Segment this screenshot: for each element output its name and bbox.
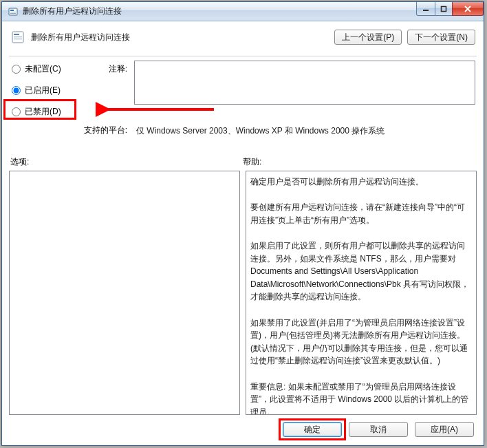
svg-rect-3 bbox=[10, 13, 16, 14]
bottom-row: 确定 取消 应用(A) bbox=[9, 415, 477, 438]
maximize-button[interactable] bbox=[435, 2, 453, 16]
divider-top bbox=[9, 56, 477, 56]
window-title: 删除所有用户远程访问连接 bbox=[23, 6, 122, 17]
settings-area: 未配置(C) 已启用(E) 已禁用(D) 注释: 支持的平台: 仅 Window… bbox=[9, 61, 477, 156]
panes bbox=[9, 171, 477, 415]
titlebar[interactable]: 删除所有用户远程访问连接 bbox=[2, 2, 484, 21]
radio-not-configured-label: 未配置(C) bbox=[25, 63, 61, 75]
svg-rect-9 bbox=[14, 39, 22, 39]
policy-icon bbox=[10, 30, 25, 45]
comment-input[interactable] bbox=[134, 61, 475, 105]
options-label: 选项: bbox=[10, 156, 29, 168]
dialog-window: 删除所有用户远程访问连接 bbox=[1, 1, 484, 446]
minimize-button[interactable] bbox=[416, 2, 435, 16]
svg-rect-7 bbox=[14, 34, 19, 35]
radio-not-configured[interactable]: 未配置(C) bbox=[12, 63, 80, 75]
options-pane[interactable] bbox=[9, 171, 240, 415]
header-row: 删除所有用户远程访问连接 上一个设置(P) 下一个设置(N) bbox=[9, 27, 477, 52]
radio-disabled-label: 已禁用(D) bbox=[25, 106, 61, 118]
window-buttons bbox=[417, 2, 484, 16]
platform-label: 支持的平台: bbox=[83, 122, 131, 149]
apply-button[interactable]: 应用(A) bbox=[415, 422, 474, 437]
radio-not-configured-input[interactable] bbox=[12, 65, 21, 74]
comment-label: 注释: bbox=[83, 61, 131, 118]
ok-button[interactable]: 确定 bbox=[283, 422, 342, 437]
app-icon bbox=[8, 6, 19, 17]
svg-rect-2 bbox=[10, 12, 16, 12]
svg-rect-4 bbox=[423, 10, 429, 11]
header-title: 删除所有用户远程访问连接 bbox=[31, 32, 130, 43]
radio-disabled-input[interactable] bbox=[12, 107, 21, 116]
next-setting-button[interactable]: 下一个设置(N) bbox=[407, 30, 475, 45]
radio-enabled-input[interactable] bbox=[12, 86, 21, 95]
help-label: 帮助: bbox=[243, 156, 475, 168]
client-area: 删除所有用户远程访问连接 上一个设置(P) 下一个设置(N) 未配置(C) 已启… bbox=[2, 21, 484, 445]
radio-disabled[interactable]: 已禁用(D) bbox=[12, 106, 80, 118]
radio-enabled[interactable]: 已启用(E) bbox=[12, 85, 80, 96]
cancel-button[interactable]: 取消 bbox=[349, 422, 408, 437]
svg-rect-8 bbox=[14, 36, 22, 37]
svg-rect-5 bbox=[442, 6, 446, 11]
close-button[interactable] bbox=[452, 2, 484, 16]
prev-setting-button[interactable]: 上一个设置(P) bbox=[334, 30, 402, 45]
svg-rect-1 bbox=[10, 10, 14, 11]
platform-text: 仅 Windows Server 2003、Windows XP 和 Windo… bbox=[134, 122, 475, 149]
radio-enabled-label: 已启用(E) bbox=[25, 85, 61, 96]
help-pane[interactable] bbox=[246, 171, 477, 415]
